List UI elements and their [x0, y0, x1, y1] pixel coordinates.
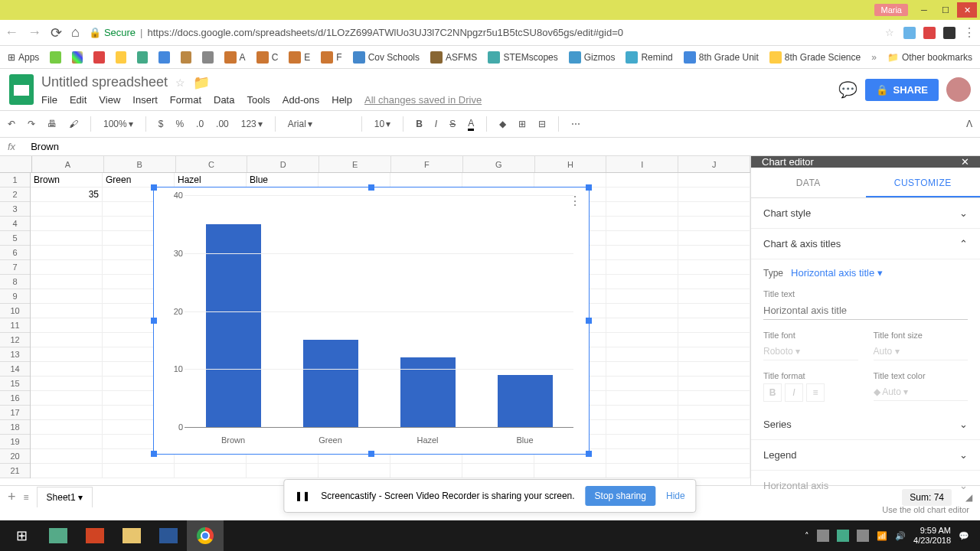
cell[interactable]	[390, 173, 462, 187]
row-header[interactable]: 20	[0, 449, 30, 464]
star-icon[interactable]: ☆	[885, 27, 894, 38]
cell[interactable]	[678, 202, 750, 216]
fill-color-button[interactable]: ◆	[499, 119, 506, 129]
menu-icon[interactable]: ⋮	[963, 25, 975, 40]
tray-icon[interactable]	[817, 530, 829, 542]
old-editor-link[interactable]: Use the old chart editor	[751, 500, 980, 519]
extension-icon[interactable]	[943, 27, 956, 39]
row-header[interactable]: 5	[0, 231, 30, 246]
clock[interactable]: 9:59 AM 4/23/2018	[913, 526, 951, 546]
taskbar-chrome[interactable]	[187, 520, 224, 551]
cell[interactable]	[31, 217, 103, 230]
tray-icon[interactable]	[837, 530, 849, 542]
cell[interactable]	[31, 275, 103, 289]
cell[interactable]	[103, 464, 175, 478]
cell[interactable]	[606, 260, 678, 274]
cell[interactable]	[318, 464, 390, 478]
section-horizontal-axis[interactable]: Horizontal axis⌄	[751, 471, 980, 500]
bookmark-icon[interactable]	[116, 51, 126, 64]
cell[interactable]	[606, 362, 678, 376]
cell[interactable]	[678, 347, 750, 361]
menu-format[interactable]: Format	[170, 94, 201, 106]
cell[interactable]	[678, 464, 750, 478]
cell[interactable]	[31, 304, 103, 318]
address-bar[interactable]: 🔒 Secure | https://docs.google.com/sprea…	[89, 27, 894, 38]
cell[interactable]	[31, 333, 103, 347]
notifications-icon[interactable]: 💬	[959, 531, 969, 541]
cell[interactable]	[678, 246, 750, 259]
cell[interactable]	[606, 217, 678, 230]
bookmark-icon[interactable]	[181, 51, 191, 64]
cell[interactable]: Green	[103, 173, 175, 187]
cell[interactable]	[606, 318, 678, 332]
row-header[interactable]: 16	[0, 391, 30, 406]
tray-up-icon[interactable]: ˄	[805, 531, 809, 541]
bookmark[interactable]: C	[256, 51, 279, 64]
row-header[interactable]: 17	[0, 406, 30, 420]
cell[interactable]	[678, 420, 750, 434]
chart-bar[interactable]	[400, 357, 456, 427]
section-series[interactable]: Series⌄	[751, 409, 980, 440]
start-button[interactable]: ⊞	[3, 520, 40, 551]
italic-button[interactable]: I	[435, 119, 437, 129]
cell[interactable]	[31, 231, 103, 245]
font-size-select[interactable]: 10 ▾	[374, 119, 390, 129]
cell[interactable]	[606, 333, 678, 347]
chart-bar[interactable]	[206, 224, 261, 427]
decimal-inc-button[interactable]: .00	[216, 119, 229, 129]
add-sheet-button[interactable]: +	[8, 489, 16, 505]
task-view-button[interactable]	[40, 520, 77, 551]
cell[interactable]	[606, 464, 678, 478]
bookmark[interactable]: STEMscopes	[488, 51, 557, 64]
hide-button[interactable]: Hide	[666, 491, 685, 501]
bookmark-icon[interactable]	[72, 51, 83, 64]
borders-button[interactable]: ⊞	[518, 119, 526, 129]
zoom-select[interactable]: 100% ▾	[103, 119, 133, 129]
minimize-button[interactable]: ─	[914, 2, 934, 18]
share-button[interactable]: 🔒 SHARE	[865, 79, 939, 101]
chart[interactable]: ⋮ 010203040 BrownGreenHazelBlue	[153, 187, 590, 455]
row-header[interactable]: 7	[0, 260, 30, 275]
pause-icon[interactable]: ❚❚	[295, 491, 310, 501]
cell[interactable]	[606, 275, 678, 289]
chart-bar[interactable]	[303, 340, 358, 427]
close-icon[interactable]: ✕	[961, 156, 969, 168]
section-chart-style[interactable]: Chart style⌄	[751, 198, 980, 229]
menu-data[interactable]: Data	[214, 94, 234, 106]
cell[interactable]	[390, 464, 462, 478]
bookmark-overflow[interactable]: »	[871, 52, 877, 63]
cell[interactable]	[678, 406, 750, 419]
col-header[interactable]: F	[391, 156, 463, 172]
row-header[interactable]: 3	[0, 202, 30, 217]
cell[interactable]	[678, 333, 750, 347]
row-header[interactable]: 13	[0, 347, 30, 362]
percent-button[interactable]: %	[175, 119, 184, 129]
cell[interactable]	[678, 275, 750, 289]
merge-button[interactable]: ⊟	[538, 119, 546, 129]
menu-addons[interactable]: Add-ons	[283, 94, 319, 106]
cell[interactable]	[678, 260, 750, 274]
row-header[interactable]: 19	[0, 435, 30, 449]
apps-button[interactable]: ⊞ Apps	[8, 52, 39, 63]
row-header[interactable]: 21	[0, 464, 30, 478]
bookmark[interactable]: Remind	[626, 51, 672, 64]
cell[interactable]	[606, 231, 678, 245]
menu-insert[interactable]: Insert	[132, 94, 158, 106]
sheet-tab[interactable]: Sheet1 ▾	[37, 487, 93, 507]
reload-button[interactable]: ⟳	[51, 24, 62, 41]
spreadsheet-grid[interactable]: A B C D E F G H I J 12345678910111213141…	[0, 156, 750, 485]
bookmark[interactable]: Gizmos	[569, 51, 616, 64]
collapse-toolbar-button[interactable]: ᐱ	[966, 119, 972, 129]
cell[interactable]	[606, 391, 678, 405]
row-header[interactable]: 2	[0, 187, 30, 202]
cell[interactable]	[678, 217, 750, 230]
cell[interactable]	[678, 187, 750, 201]
col-header[interactable]: C	[176, 156, 248, 172]
tab-data[interactable]: DATA	[751, 168, 866, 197]
cell[interactable]	[606, 202, 678, 216]
bookmark[interactable]: 8th Grade Science	[769, 51, 861, 64]
cell[interactable]	[678, 449, 750, 463]
currency-button[interactable]: $	[158, 119, 164, 129]
cell[interactable]: Brown	[31, 173, 103, 187]
cell[interactable]	[678, 362, 750, 376]
